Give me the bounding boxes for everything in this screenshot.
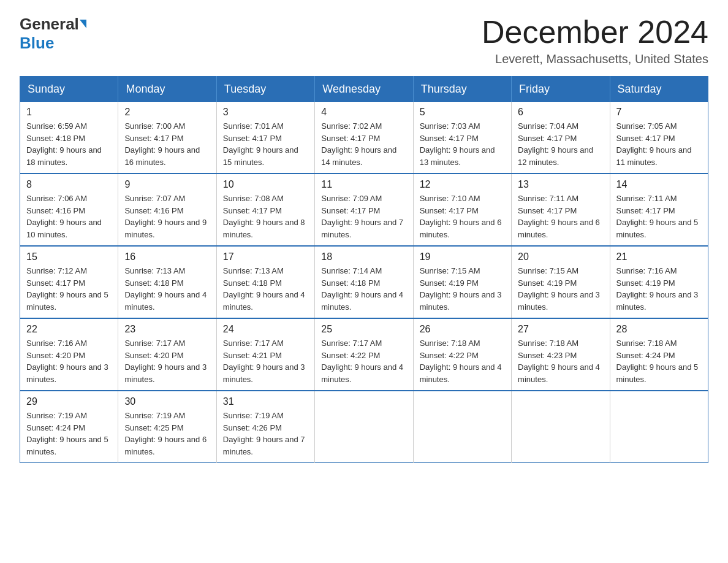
- day-number: 13: [518, 179, 603, 190]
- calendar-cell: 5Sunrise: 7:03 AMSunset: 4:17 PMDaylight…: [413, 102, 511, 174]
- calendar-cell: 30Sunrise: 7:19 AMSunset: 4:25 PMDayligh…: [118, 391, 216, 463]
- day-info: Sunrise: 7:01 AMSunset: 4:17 PMDaylight:…: [223, 120, 308, 168]
- calendar-cell: 22Sunrise: 7:16 AMSunset: 4:20 PMDayligh…: [20, 318, 118, 391]
- calendar-cell: 25Sunrise: 7:17 AMSunset: 4:22 PMDayligh…: [315, 318, 413, 391]
- calendar-cell: [315, 391, 413, 463]
- day-info: Sunrise: 7:11 AMSunset: 4:17 PMDaylight:…: [518, 193, 603, 240]
- day-info: Sunrise: 7:19 AMSunset: 4:24 PMDaylight:…: [26, 410, 112, 458]
- day-info: Sunrise: 7:17 AMSunset: 4:21 PMDaylight:…: [223, 337, 308, 385]
- title-block: December 2024 Leverett, Massachusetts, U…: [482, 15, 708, 66]
- day-info: Sunrise: 7:13 AMSunset: 4:18 PMDaylight:…: [223, 265, 308, 313]
- day-number: 19: [420, 251, 505, 262]
- calendar-cell: 14Sunrise: 7:11 AMSunset: 4:17 PMDayligh…: [610, 174, 708, 246]
- day-info: Sunrise: 7:16 AMSunset: 4:20 PMDaylight:…: [26, 337, 112, 385]
- calendar-cell: 4Sunrise: 7:02 AMSunset: 4:17 PMDaylight…: [315, 102, 413, 174]
- calendar-cell: 16Sunrise: 7:13 AMSunset: 4:18 PMDayligh…: [118, 246, 216, 318]
- calendar-cell: 15Sunrise: 7:12 AMSunset: 4:17 PMDayligh…: [20, 246, 118, 318]
- day-number: 7: [616, 107, 702, 118]
- calendar-cell: 24Sunrise: 7:17 AMSunset: 4:21 PMDayligh…: [216, 318, 314, 391]
- day-number: 10: [223, 179, 308, 190]
- day-info: Sunrise: 7:10 AMSunset: 4:17 PMDaylight:…: [420, 193, 505, 240]
- calendar-cell: 1Sunrise: 6:59 AMSunset: 4:18 PMDaylight…: [20, 102, 118, 174]
- day-info: Sunrise: 7:17 AMSunset: 4:20 PMDaylight:…: [124, 337, 210, 385]
- day-number: 27: [518, 324, 603, 335]
- day-number: 26: [420, 324, 505, 335]
- calendar-cell: 2Sunrise: 7:00 AMSunset: 4:17 PMDaylight…: [118, 102, 216, 174]
- day-info: Sunrise: 7:17 AMSunset: 4:22 PMDaylight:…: [321, 337, 406, 385]
- day-info: Sunrise: 7:15 AMSunset: 4:19 PMDaylight:…: [420, 265, 505, 313]
- day-number: 21: [616, 251, 702, 262]
- day-info: Sunrise: 7:18 AMSunset: 4:23 PMDaylight:…: [518, 337, 603, 385]
- day-info: Sunrise: 7:18 AMSunset: 4:24 PMDaylight:…: [616, 337, 702, 385]
- day-info: Sunrise: 7:14 AMSunset: 4:18 PMDaylight:…: [321, 265, 406, 313]
- calendar-cell: [413, 391, 511, 463]
- calendar-cell: 7Sunrise: 7:05 AMSunset: 4:17 PMDaylight…: [610, 102, 708, 174]
- day-number: 23: [124, 324, 210, 335]
- day-info: Sunrise: 7:07 AMSunset: 4:16 PMDaylight:…: [124, 193, 210, 240]
- calendar-cell: [512, 391, 610, 463]
- day-number: 29: [26, 396, 112, 407]
- calendar-cell: 20Sunrise: 7:15 AMSunset: 4:19 PMDayligh…: [512, 246, 610, 318]
- day-info: Sunrise: 7:19 AMSunset: 4:26 PMDaylight:…: [223, 410, 308, 458]
- weekday-header-friday: Friday: [512, 77, 610, 102]
- weekday-header-monday: Monday: [118, 77, 216, 102]
- day-number: 2: [124, 107, 210, 118]
- calendar-cell: 23Sunrise: 7:17 AMSunset: 4:20 PMDayligh…: [118, 318, 216, 391]
- day-number: 8: [26, 179, 112, 190]
- calendar-table: SundayMondayTuesdayWednesdayThursdayFrid…: [20, 76, 708, 463]
- calendar-cell: 13Sunrise: 7:11 AMSunset: 4:17 PMDayligh…: [512, 174, 610, 246]
- day-number: 16: [124, 251, 210, 262]
- calendar-cell: 3Sunrise: 7:01 AMSunset: 4:17 PMDaylight…: [216, 102, 314, 174]
- day-number: 4: [321, 107, 406, 118]
- weekday-header-saturday: Saturday: [610, 77, 708, 102]
- day-number: 11: [321, 179, 406, 190]
- day-info: Sunrise: 7:16 AMSunset: 4:19 PMDaylight:…: [616, 265, 702, 313]
- logo-triangle-icon: [80, 20, 86, 28]
- day-info: Sunrise: 7:11 AMSunset: 4:17 PMDaylight:…: [616, 193, 702, 240]
- day-number: 25: [321, 324, 406, 335]
- weekday-header-wednesday: Wednesday: [315, 77, 413, 102]
- day-info: Sunrise: 7:02 AMSunset: 4:17 PMDaylight:…: [321, 120, 406, 168]
- calendar-cell: 28Sunrise: 7:18 AMSunset: 4:24 PMDayligh…: [610, 318, 708, 391]
- weekday-header-sunday: Sunday: [20, 77, 118, 102]
- day-number: 1: [26, 107, 112, 118]
- calendar-cell: [610, 391, 708, 463]
- calendar-cell: 10Sunrise: 7:08 AMSunset: 4:17 PMDayligh…: [216, 174, 314, 246]
- day-info: Sunrise: 7:13 AMSunset: 4:18 PMDaylight:…: [124, 265, 210, 313]
- weekday-header-tuesday: Tuesday: [216, 77, 314, 102]
- day-number: 30: [124, 396, 210, 407]
- calendar-cell: 17Sunrise: 7:13 AMSunset: 4:18 PMDayligh…: [216, 246, 314, 318]
- calendar-week-row: 15Sunrise: 7:12 AMSunset: 4:17 PMDayligh…: [20, 246, 708, 318]
- calendar-cell: 31Sunrise: 7:19 AMSunset: 4:26 PMDayligh…: [216, 391, 314, 463]
- day-info: Sunrise: 7:05 AMSunset: 4:17 PMDaylight:…: [616, 120, 702, 168]
- logo-blue-text: Blue: [20, 34, 54, 52]
- calendar-cell: 19Sunrise: 7:15 AMSunset: 4:19 PMDayligh…: [413, 246, 511, 318]
- calendar-cell: 11Sunrise: 7:09 AMSunset: 4:17 PMDayligh…: [315, 174, 413, 246]
- calendar-cell: 27Sunrise: 7:18 AMSunset: 4:23 PMDayligh…: [512, 318, 610, 391]
- logo: General Blue: [20, 15, 86, 53]
- calendar-cell: 29Sunrise: 7:19 AMSunset: 4:24 PMDayligh…: [20, 391, 118, 463]
- day-number: 28: [616, 324, 702, 335]
- day-number: 24: [223, 324, 308, 335]
- day-number: 18: [321, 251, 406, 262]
- day-info: Sunrise: 6:59 AMSunset: 4:18 PMDaylight:…: [26, 120, 112, 168]
- day-info: Sunrise: 7:08 AMSunset: 4:17 PMDaylight:…: [223, 193, 308, 240]
- day-info: Sunrise: 7:00 AMSunset: 4:17 PMDaylight:…: [124, 120, 210, 168]
- day-number: 20: [518, 251, 603, 262]
- day-number: 14: [616, 179, 702, 190]
- weekday-header-row: SundayMondayTuesdayWednesdayThursdayFrid…: [20, 77, 708, 102]
- month-title: December 2024: [482, 15, 708, 50]
- calendar-cell: 12Sunrise: 7:10 AMSunset: 4:17 PMDayligh…: [413, 174, 511, 246]
- calendar-week-row: 22Sunrise: 7:16 AMSunset: 4:20 PMDayligh…: [20, 318, 708, 391]
- day-info: Sunrise: 7:12 AMSunset: 4:17 PMDaylight:…: [26, 265, 112, 313]
- day-number: 3: [223, 107, 308, 118]
- day-number: 9: [124, 179, 210, 190]
- location-text: Leverett, Massachusetts, United States: [482, 52, 708, 66]
- logo-general-text: General: [20, 15, 79, 34]
- day-number: 5: [420, 107, 505, 118]
- page-header: General Blue December 2024 Leverett, Mas…: [20, 15, 708, 66]
- day-info: Sunrise: 7:19 AMSunset: 4:25 PMDaylight:…: [124, 410, 210, 458]
- calendar-cell: 8Sunrise: 7:06 AMSunset: 4:16 PMDaylight…: [20, 174, 118, 246]
- day-number: 22: [26, 324, 112, 335]
- day-info: Sunrise: 7:09 AMSunset: 4:17 PMDaylight:…: [321, 193, 406, 240]
